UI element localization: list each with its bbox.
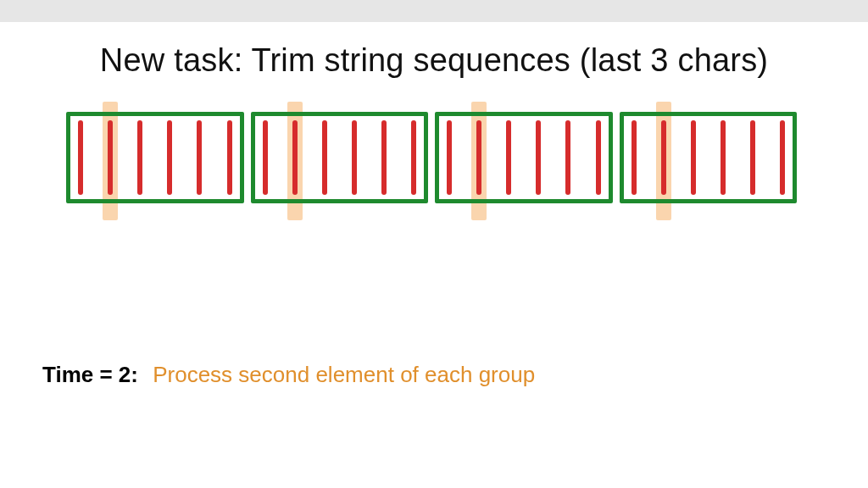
sequence-element — [750, 120, 755, 195]
sequence-element — [506, 120, 511, 195]
sequence-element — [691, 120, 696, 195]
sequence-element — [411, 120, 416, 195]
sequence-group — [251, 112, 429, 203]
sequence-element — [476, 120, 481, 195]
sequence-element — [352, 120, 357, 195]
sequence-element — [565, 120, 570, 195]
sequence-element — [108, 120, 113, 195]
sequence-element — [137, 120, 142, 195]
sequence-element — [536, 120, 541, 195]
sequence-element — [197, 120, 202, 195]
sequence-element — [632, 120, 637, 195]
sequence-element — [661, 120, 666, 195]
sequence-element — [292, 120, 298, 195]
step-description: Process second element of each group — [153, 362, 535, 387]
sequence-element — [721, 120, 726, 195]
sequence-element — [167, 120, 172, 195]
diagram-stage — [66, 102, 797, 220]
sequence-element — [263, 120, 268, 195]
sequence-element — [227, 120, 232, 195]
sequence-element — [322, 120, 327, 195]
sequence-group — [435, 112, 613, 203]
sequence-element — [381, 120, 387, 195]
sequence-group — [66, 112, 244, 203]
sequence-element — [780, 120, 785, 195]
slide-top-bar — [0, 0, 868, 22]
sequence-element — [78, 120, 83, 195]
sequence-element — [447, 120, 452, 195]
step-caption: Time = 2: Process second element of each… — [42, 362, 535, 388]
time-label: Time = 2: — [42, 362, 138, 387]
sequence-group — [620, 112, 798, 203]
slide-title: New task: Trim string sequences (last 3 … — [0, 42, 868, 79]
sequence-element — [596, 120, 601, 195]
